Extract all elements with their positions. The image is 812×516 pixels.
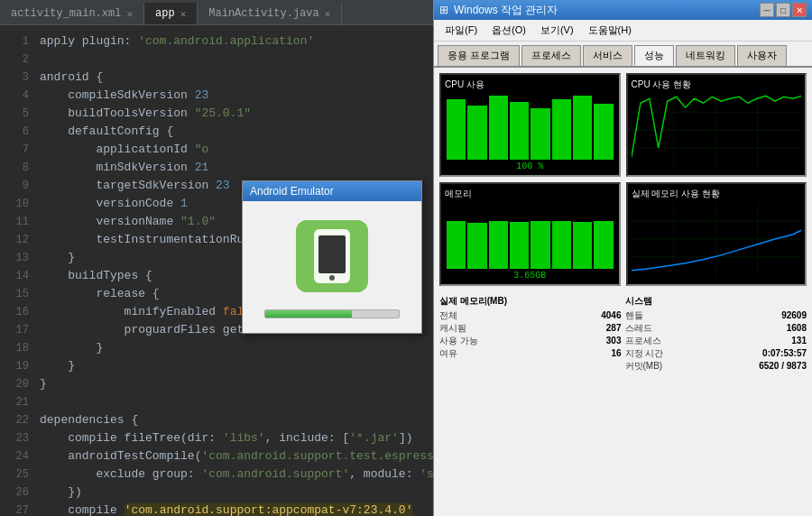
cpu-usage-section: CPU 사용 100 % xyxy=(439,73,621,177)
cpu-bar-chart xyxy=(445,94,615,161)
task-manager-title-bar: ⊞ Windows 작업 관리자 ─ □ ✕ xyxy=(434,0,812,20)
tab-close-icon[interactable]: ✕ xyxy=(325,8,331,20)
uptime-row: 지정 시간 0:07:53:57 xyxy=(625,347,807,360)
tab-applications[interactable]: 응용 프로그램 xyxy=(438,45,520,66)
handles-row: 핸들 92609 xyxy=(625,309,807,322)
tab-app[interactable]: app ✕ xyxy=(144,3,198,24)
memory-cached-row: 캐시됨 287 xyxy=(439,322,622,335)
dialog-title-bar: Android Emulator xyxy=(243,181,421,201)
menu-help[interactable]: 도움말(H) xyxy=(581,22,639,39)
menu-bar: 파일(F) 옵션(O) 보기(V) 도움말(H) xyxy=(434,20,812,41)
memory-value: 3.65GB xyxy=(445,271,615,281)
tab-activity-main-xml[interactable]: activity_main.xml ✕ xyxy=(0,3,144,24)
system-info-title: 시스템 xyxy=(625,295,807,308)
window-title: Windows 작업 관리자 xyxy=(454,3,558,18)
tab-processes[interactable]: 프로세스 xyxy=(521,45,581,66)
cpu-usage-label: CPU 사용 xyxy=(445,78,615,91)
emulator-progress-bar xyxy=(264,309,400,318)
memory-total-row: 전체 4046 xyxy=(439,309,622,322)
tab-users[interactable]: 사용자 xyxy=(737,45,787,66)
tab-close-icon[interactable]: ✕ xyxy=(180,8,187,20)
memory-history-graph xyxy=(632,203,802,275)
window-controls: ─ □ ✕ xyxy=(760,3,807,17)
memory-free-row: 여유 16 xyxy=(439,347,622,360)
menu-file[interactable]: 파일(F) xyxy=(438,22,484,39)
progress-fill xyxy=(265,310,352,318)
cpu-history-section: CPU 사용 현황 xyxy=(626,73,807,177)
svg-point-3 xyxy=(329,275,335,281)
tab-networking[interactable]: 네트워킹 xyxy=(676,45,735,66)
tab-services[interactable]: 서비스 xyxy=(583,45,632,66)
threads-row: 스레드 1608 xyxy=(625,322,807,335)
performance-content: CPU 사용 100 % CPU 사용 현황 xyxy=(434,68,812,291)
close-button[interactable]: ✕ xyxy=(792,3,807,17)
task-manager-tabs: 응용 프로그램 프로세스 서비스 성능 네트워킹 사용자 xyxy=(434,41,812,68)
task-manager-window: ⊞ Windows 작업 관리자 ─ □ ✕ 파일(F) 옵션(O) 보기(V)… xyxy=(433,0,812,516)
memory-info-block: 실제 메모리(MB) 전체 4046 캐시됨 287 사용 가능 303 여유 … xyxy=(439,295,622,373)
commit-row: 커밋(MB) 6520 / 9873 xyxy=(625,360,807,373)
menu-view[interactable]: 보기(V) xyxy=(533,22,581,39)
dialog-title: Android Emulator xyxy=(250,185,334,198)
memory-info-title: 실제 메모리(MB) xyxy=(439,295,622,308)
dialog-body xyxy=(243,201,421,333)
cpu-history-graph xyxy=(632,94,802,166)
memory-section: 메모리 3.65GB xyxy=(439,182,621,286)
system-info-section: 실제 메모리(MB) 전체 4046 캐시됨 287 사용 가능 303 여유 … xyxy=(434,291,812,376)
cpu-history-label: CPU 사용 현황 xyxy=(632,78,802,91)
cpu-percent-value: 100 % xyxy=(445,161,615,171)
tab-performance[interactable]: 성능 xyxy=(634,45,674,66)
svg-rect-2 xyxy=(318,235,346,273)
memory-label: 메모리 xyxy=(445,188,615,200)
window-icon: ⊞ xyxy=(439,4,448,16)
memory-bar-chart xyxy=(445,203,615,271)
processes-row: 프로세스 131 xyxy=(625,335,807,347)
memory-history-section: 실제 메모리 사용 현황 xyxy=(626,182,807,286)
menu-options[interactable]: 옵션(O) xyxy=(484,22,533,39)
memory-available-row: 사용 가능 303 xyxy=(439,335,622,347)
android-logo xyxy=(291,216,373,297)
editor-tab-bar: activity_main.xml ✕ app ✕ MainActivity.j… xyxy=(0,0,433,25)
maximize-button[interactable]: □ xyxy=(776,3,790,17)
tab-main-activity-java[interactable]: MainActivity.java ✕ xyxy=(198,3,342,24)
tab-close-icon[interactable]: ✕ xyxy=(126,8,133,20)
system-info-block: 시스템 핸들 92609 스레드 1608 프로세스 131 지정 시간 0:0… xyxy=(625,295,807,373)
minimize-button[interactable]: ─ xyxy=(760,3,774,17)
android-emulator-dialog: Android Emulator xyxy=(242,180,422,334)
memory-history-label: 실제 메모리 사용 현황 xyxy=(632,188,802,200)
